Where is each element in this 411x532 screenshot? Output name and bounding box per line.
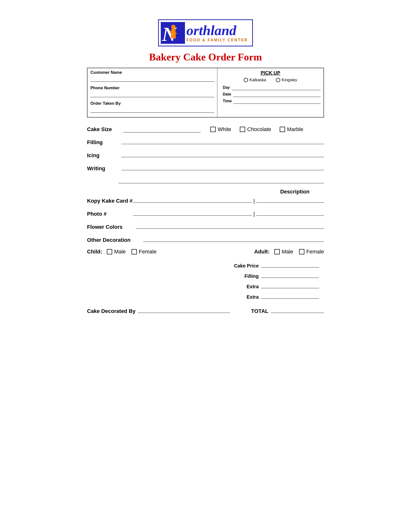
child-female-label: Female: [139, 249, 156, 255]
adult-male: Male: [274, 249, 293, 255]
svg-marker-3: [171, 29, 176, 39]
other-decoration-label: Other Decoration: [87, 237, 140, 243]
date-label: Date: [223, 92, 231, 96]
extra1-label: Extra: [227, 284, 259, 289]
decorated-line: [138, 307, 230, 313]
adult-female-label: Female: [306, 249, 324, 255]
photo-left-line: [133, 209, 252, 216]
pickup-title: PICK UP: [220, 70, 321, 76]
time-line: [234, 98, 321, 104]
chocolate-flavor: Chocolate: [240, 126, 271, 133]
kingsley-radio[interactable]: [276, 78, 280, 82]
writing-extra-row: [87, 177, 324, 183]
icing-label: Icing: [87, 152, 119, 159]
logo-box: N orthland FOOD & FAMILY CENTER: [158, 19, 253, 47]
logo-area: N orthland FOOD & FAMILY CENTER: [87, 19, 324, 47]
white-flavor: White: [210, 126, 231, 133]
kalkaska-radio[interactable]: [244, 78, 248, 82]
customer-name-line: [90, 76, 214, 82]
bottom-row: Cake Decorated By TOTAL: [87, 307, 324, 314]
child-male-label: Male: [114, 249, 126, 255]
day-line: [232, 85, 321, 90]
child-label: Child:: [87, 249, 102, 255]
chocolate-label: Chocolate: [247, 126, 271, 133]
day-date-time: Day Date Time: [220, 85, 321, 104]
logo-graphic: N: [161, 22, 185, 44]
filling-label: Filling: [87, 139, 119, 146]
writing-row: Writing: [87, 164, 324, 172]
order-taken-line: [90, 107, 214, 113]
svg-point-2: [171, 25, 176, 29]
logo-text: orthland FOOD & FAMILY CENTER: [187, 23, 248, 42]
photo-divider: |: [252, 211, 256, 217]
flower-colors-label: Flower Colors: [87, 224, 133, 230]
chocolate-checkbox[interactable]: [240, 127, 245, 132]
photo-right-line: [256, 209, 324, 216]
white-checkbox[interactable]: [210, 127, 216, 132]
kopy-kake-label: Kopy Kake Card #: [87, 198, 133, 204]
extra1-line: [261, 283, 319, 288]
writing-label: Writing: [87, 165, 119, 172]
cake-price-row: Cake Price: [227, 262, 319, 269]
extra2-line: [261, 293, 319, 299]
filling-price-label: Filling: [227, 274, 259, 279]
cake-price-line: [261, 262, 319, 267]
other-decoration-row: Other Decoration: [87, 236, 324, 243]
logo-subtitle: FOOD & FAMILY CENTER: [187, 38, 248, 42]
adult-male-checkbox[interactable]: [274, 249, 280, 254]
photo-label: Photo #: [87, 211, 133, 217]
phone-label: Phone Number: [90, 86, 214, 90]
total-label: TOTAL: [251, 308, 268, 314]
info-table: Customer Name Phone Number Order Taken B…: [87, 68, 324, 117]
phone-line: [90, 91, 214, 97]
cake-size-label: Cake Size: [87, 126, 119, 133]
adult-female: Female: [299, 249, 324, 255]
kalkaska-option: Kalkaska: [244, 78, 266, 83]
flower-colors-row: Flower Colors: [87, 222, 324, 230]
filling-price-row: Filling: [227, 272, 319, 279]
gender-row: Child: Male Female Adult: Male Female: [87, 249, 324, 255]
adult-male-label: Male: [282, 249, 293, 255]
icing-line: [121, 151, 324, 157]
time-label: Time: [223, 99, 232, 103]
kingsley-label: Kingsley: [282, 78, 297, 83]
cake-price-label: Cake Price: [227, 263, 259, 269]
child-female: Female: [131, 249, 156, 255]
other-decoration-line: [143, 236, 324, 242]
kopy-kake-divider: |: [252, 198, 256, 204]
adult-female-checkbox[interactable]: [299, 249, 304, 254]
page: N orthland FOOD & FAMILY CENTER Bakery C…: [73, 10, 338, 522]
pickup-cell: PICK UP Kalkaska Kingsley Day: [217, 68, 324, 117]
day-label: Day: [223, 85, 230, 90]
marble-flavor: Marble: [280, 126, 303, 133]
extra2-price-row: Extra: [227, 293, 319, 300]
child-gender-group: Male Female: [107, 249, 156, 255]
white-label: White: [218, 126, 231, 133]
order-taken-label: Order Taken By: [90, 101, 214, 106]
extra1-price-row: Extra: [227, 283, 319, 289]
day-row: Day: [223, 85, 321, 90]
total-area: TOTAL: [251, 307, 324, 314]
adult-gender-group: Male Female: [274, 249, 324, 255]
decorated-by-area: Cake Decorated By: [87, 307, 230, 314]
photo-row: Photo # |: [87, 209, 324, 217]
decorated-label: Cake Decorated By: [87, 308, 136, 314]
total-line: [271, 307, 324, 313]
time-row: Time: [223, 98, 321, 104]
kalkaska-label: Kalkaska: [250, 78, 266, 83]
child-male-checkbox[interactable]: [107, 249, 112, 254]
customer-name-label: Customer Name: [90, 70, 214, 75]
flavor-checkbox-group: White Chocolate Marble: [210, 126, 303, 133]
marble-checkbox[interactable]: [280, 127, 285, 132]
logo-svg: N: [161, 22, 185, 44]
location-radio-row: Kalkaska Kingsley: [220, 78, 321, 83]
price-section: Cake Price Filling Extra Extra: [87, 262, 324, 300]
marble-label: Marble: [287, 126, 303, 133]
child-male: Male: [107, 249, 126, 255]
child-female-checkbox[interactable]: [131, 249, 137, 254]
flower-colors-line: [136, 222, 324, 229]
date-row: Date: [223, 92, 321, 97]
customer-info-cell: Customer Name Phone Number Order Taken B…: [87, 68, 217, 117]
kingsley-option: Kingsley: [276, 78, 297, 83]
logo-orthland: orthland: [187, 23, 236, 38]
